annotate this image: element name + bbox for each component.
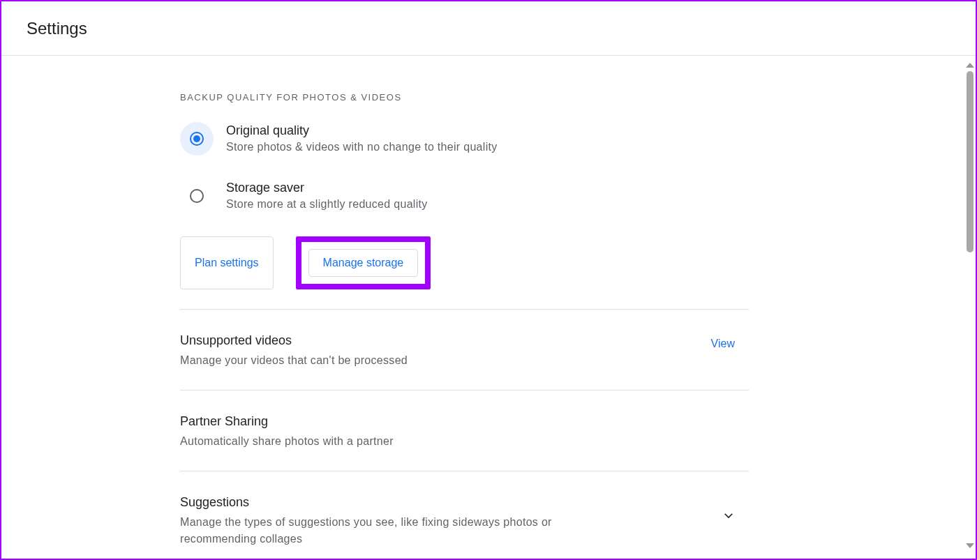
backup-quality-section-label: BACKUP QUALITY FOR PHOTOS & VIDEOS bbox=[180, 92, 749, 103]
row-partner-sharing[interactable]: Partner Sharing Automatically share phot… bbox=[180, 391, 749, 471]
radio-title: Original quality bbox=[226, 123, 498, 138]
backup-button-row: Plan settings Manage storage bbox=[180, 236, 749, 289]
manage-storage-button[interactable]: Manage storage bbox=[308, 249, 419, 277]
scroll-down-icon bbox=[966, 543, 974, 548]
radio-option-storage-saver[interactable]: Storage saver Store more at a slightly r… bbox=[180, 179, 749, 213]
radio-title: Storage saver bbox=[226, 181, 428, 195]
row-desc: Manage the types of suggestions you see,… bbox=[180, 514, 627, 547]
row-unsupported-videos[interactable]: Unsupported videos Manage your videos th… bbox=[180, 310, 749, 391]
row-desc: Automatically share photos with a partne… bbox=[180, 433, 394, 450]
header-bar: Settings bbox=[1, 1, 976, 56]
plan-settings-button[interactable]: Plan settings bbox=[180, 236, 274, 289]
row-title: Unsupported videos bbox=[180, 333, 408, 348]
view-link[interactable]: View bbox=[711, 333, 749, 350]
radio-desc: Store more at a slightly reduced quality bbox=[226, 198, 428, 211]
radio-option-original-quality[interactable]: Original quality Store photos & videos w… bbox=[180, 122, 749, 156]
scrollbar[interactable] bbox=[964, 61, 976, 551]
scroll-up-icon bbox=[966, 63, 974, 68]
expand-toggle[interactable] bbox=[722, 495, 749, 524]
row-text: Partner Sharing Automatically share phot… bbox=[180, 414, 394, 450]
row-title: Partner Sharing bbox=[180, 414, 394, 429]
scroll-thumb[interactable] bbox=[967, 71, 974, 252]
row-text: Suggestions Manage the types of suggesti… bbox=[180, 495, 627, 547]
radio-button-unselected-icon bbox=[180, 179, 214, 213]
row-suggestions[interactable]: Suggestions Manage the types of suggesti… bbox=[180, 471, 749, 559]
radio-text: Storage saver Store more at a slightly r… bbox=[226, 179, 428, 211]
page-title: Settings bbox=[27, 19, 87, 38]
scroll-area: BACKUP QUALITY FOR PHOTOS & VIDEOS Origi… bbox=[1, 56, 976, 559]
row-text: Unsupported videos Manage your videos th… bbox=[180, 333, 408, 369]
radio-text: Original quality Store photos & videos w… bbox=[226, 122, 498, 153]
annotation-highlight: Manage storage bbox=[296, 236, 431, 289]
row-title: Suggestions bbox=[180, 495, 627, 510]
row-desc: Manage your videos that can't be process… bbox=[180, 352, 408, 369]
radio-desc: Store photos & videos with no change to … bbox=[226, 141, 498, 153]
chevron-down-icon bbox=[722, 509, 735, 522]
settings-content: BACKUP QUALITY FOR PHOTOS & VIDEOS Origi… bbox=[180, 56, 749, 559]
radio-button-selected-icon bbox=[180, 122, 214, 156]
